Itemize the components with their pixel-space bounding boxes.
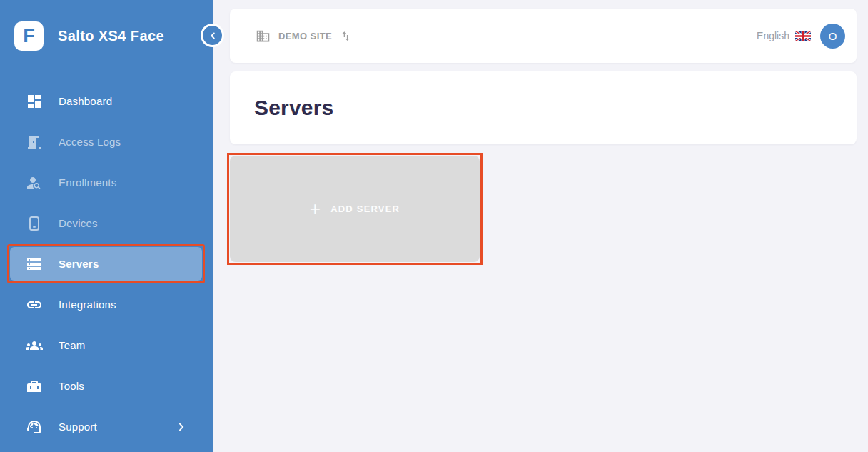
person-search-icon bbox=[26, 174, 43, 191]
sidebar-item-label: Team bbox=[59, 339, 85, 351]
topbar: DEMO SITE English bbox=[230, 9, 857, 63]
sidebar-item-access-logs[interactable]: Access Logs bbox=[0, 121, 213, 162]
sidebar-item-label: Servers bbox=[59, 258, 99, 270]
headset-icon bbox=[26, 418, 43, 436]
servers-icon bbox=[26, 256, 43, 273]
app-logo-icon: F bbox=[14, 21, 44, 51]
logo-letter: F bbox=[23, 25, 35, 47]
page-title: Servers bbox=[254, 96, 334, 120]
main-content: DEMO SITE English bbox=[213, 0, 868, 452]
topbar-right: English O bbox=[757, 24, 845, 49]
sidebar-item-enrollments[interactable]: Enrollments bbox=[0, 162, 213, 203]
sidebar-menu: Dashboard Access Logs Enrollments bbox=[0, 81, 213, 447]
dashboard-icon bbox=[26, 93, 43, 110]
language-selector[interactable]: English bbox=[757, 30, 811, 41]
language-label: English bbox=[757, 30, 789, 41]
sidebar-item-label: Enrollments bbox=[59, 176, 116, 189]
app-title: Salto XS4 Face bbox=[58, 28, 164, 44]
door-icon bbox=[26, 134, 43, 151]
sidebar-item-tools[interactable]: Tools bbox=[0, 366, 213, 406]
site-selector[interactable]: DEMO SITE bbox=[256, 29, 352, 44]
add-server-button[interactable]: + ADD SERVER bbox=[230, 156, 480, 262]
brand: F Salto XS4 Face bbox=[0, 0, 213, 51]
sidebar: F Salto XS4 Face Dashboard Access Logs bbox=[0, 0, 213, 452]
building-icon bbox=[256, 29, 271, 44]
avatar-initial: O bbox=[829, 30, 837, 42]
sidebar-item-dashboard[interactable]: Dashboard bbox=[0, 81, 213, 121]
uk-flag-icon bbox=[795, 31, 811, 41]
site-name: DEMO SITE bbox=[278, 31, 332, 41]
page-header: Servers bbox=[230, 71, 857, 144]
sidebar-item-integrations[interactable]: Integrations bbox=[0, 284, 213, 325]
swap-vertical-icon bbox=[340, 30, 352, 42]
toolbox-icon bbox=[26, 378, 43, 395]
sidebar-item-label: Support bbox=[59, 421, 97, 433]
sidebar-item-devices[interactable]: Devices bbox=[0, 203, 213, 243]
device-icon bbox=[26, 215, 43, 232]
chevron-right-icon bbox=[174, 420, 188, 434]
sidebar-item-servers[interactable]: Servers bbox=[0, 243, 213, 284]
link-icon bbox=[26, 296, 43, 313]
sidebar-item-support[interactable]: Support bbox=[0, 406, 213, 447]
sidebar-item-team[interactable]: Team bbox=[0, 325, 213, 366]
sidebar-collapse-button[interactable] bbox=[201, 24, 224, 47]
sidebar-item-label: Dashboard bbox=[59, 95, 112, 107]
chevron-left-icon bbox=[203, 26, 222, 45]
sidebar-item-label: Tools bbox=[59, 380, 84, 392]
team-icon bbox=[26, 337, 43, 354]
add-server-label: ADD SERVER bbox=[330, 204, 400, 214]
sidebar-item-label: Devices bbox=[59, 217, 98, 229]
user-avatar[interactable]: O bbox=[820, 24, 845, 49]
sidebar-item-label: Integrations bbox=[59, 298, 116, 311]
sidebar-item-label: Access Logs bbox=[59, 136, 121, 148]
